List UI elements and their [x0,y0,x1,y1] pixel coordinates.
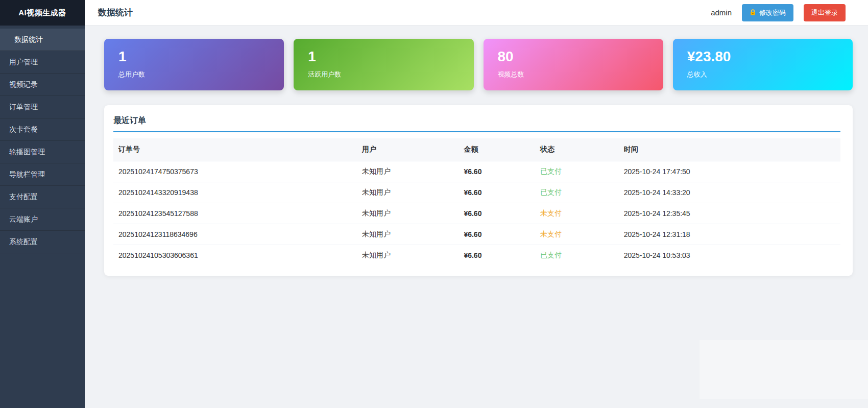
topbar-right: admin 修改密码 退出登录 [711,4,846,21]
time-cell: 2025-10-24 12:35:45 [619,203,840,224]
status-badge: 已支付 [535,182,619,203]
logout-label: 退出登录 [811,8,838,17]
username: admin [711,8,732,17]
stat-card-total-videos: 80 视频总数 [484,39,663,90]
table-row: 20251024123545127588 未知用户 ¥6.60 未支付 2025… [113,203,840,224]
sidebar-item-video-records[interactable]: 视频记录 [0,74,85,96]
stat-value: 1 [118,48,284,65]
change-password-label: 修改密码 [759,8,786,17]
sidebar-item-carousel-management[interactable]: 轮播图管理 [0,141,85,163]
column-header-user: 用户 [357,138,459,161]
table-row: 20251024105303606361 未知用户 ¥6.60 已支付 2025… [113,245,840,266]
order-no-cell: 20251024143320919438 [113,182,357,203]
amount-cell: ¥6.60 [459,182,535,203]
stat-label: 总用户数 [118,70,284,79]
sidebar-item-user-management[interactable]: 用户管理 [0,51,85,74]
user-cell: 未知用户 [357,161,459,182]
app-logo-title: AI视频生成器 [0,0,85,26]
order-no-cell: 20251024123118634696 [113,224,357,245]
column-header-status: 状态 [535,138,619,161]
stat-value: ¥23.80 [687,48,853,65]
user-cell: 未知用户 [357,245,459,266]
user-cell: 未知用户 [357,203,459,224]
column-header-time: 时间 [619,138,840,161]
time-cell: 2025-10-24 12:31:18 [619,224,840,245]
sidebar: AI视频生成器 数据统计 用户管理 视频记录 订单管理 次卡套餐 轮播图管理 导… [0,0,85,408]
logout-button[interactable]: 退出登录 [804,4,846,21]
sidebar-item-system-config[interactable]: 系统配置 [0,231,85,253]
amount-cell: ¥6.60 [459,245,535,266]
order-no-cell: 20251024105303606361 [113,245,357,266]
amount-cell: ¥6.60 [459,224,535,245]
recent-orders-card: 最近订单 订单号 用户 金额 状态 时间 2025102417475037567… [104,105,853,276]
user-cell: 未知用户 [357,224,459,245]
page-title: 数据统计 [98,7,133,18]
status-badge: 未支付 [535,203,619,224]
recent-orders-title: 最近订单 [113,114,840,132]
order-no-cell: 20251024174750375673 [113,161,357,182]
sidebar-item-payment-config[interactable]: 支付配置 [0,186,85,208]
time-cell: 2025-10-24 17:47:50 [619,161,840,182]
topbar: 数据统计 admin 修改密码 退出登录 [85,0,868,26]
column-header-amount: 金额 [459,138,535,161]
table-row: 20251024143320919438 未知用户 ¥6.60 已支付 2025… [113,182,840,203]
stat-label: 视频总数 [498,70,663,79]
status-badge: 未支付 [535,224,619,245]
stat-label: 活跃用户数 [308,70,473,79]
sidebar-item-card-packages[interactable]: 次卡套餐 [0,118,85,141]
sidebar-menu: 数据统计 用户管理 视频记录 订单管理 次卡套餐 轮播图管理 导航栏管理 支付配… [0,26,85,253]
user-cell: 未知用户 [357,182,459,203]
stat-value: 80 [498,48,663,65]
amount-cell: ¥6.60 [459,161,535,182]
status-badge: 已支付 [535,161,619,182]
order-no-cell: 20251024123545127588 [113,203,357,224]
time-cell: 2025-10-24 14:33:20 [619,182,840,203]
sidebar-item-cloud-accounts[interactable]: 云端账户 [0,208,85,231]
orders-table: 订单号 用户 金额 状态 时间 20251024174750375673 未知用… [113,138,840,266]
sidebar-item-order-management[interactable]: 订单管理 [0,96,85,118]
sidebar-item-navbar-management[interactable]: 导航栏管理 [0,163,85,186]
main-content: 1 总用户数 1 活跃用户数 80 视频总数 ¥23.80 总收入 最近订单 订… [85,26,868,408]
change-password-button[interactable]: 修改密码 [742,4,793,21]
stat-card-active-users: 1 活跃用户数 [294,39,473,90]
orders-table-header-row: 订单号 用户 金额 状态 时间 [113,138,840,161]
stat-value: 1 [308,48,473,65]
table-row: 20251024174750375673 未知用户 ¥6.60 已支付 2025… [113,161,840,182]
sidebar-item-data-stats[interactable]: 数据统计 [0,29,85,51]
status-badge: 已支付 [535,245,619,266]
stat-card-total-revenue: ¥23.80 总收入 [673,39,853,90]
time-cell: 2025-10-24 10:53:03 [619,245,840,266]
lock-icon [750,9,756,16]
table-row: 20251024123118634696 未知用户 ¥6.60 未支付 2025… [113,224,840,245]
amount-cell: ¥6.60 [459,203,535,224]
stats-row: 1 总用户数 1 活跃用户数 80 视频总数 ¥23.80 总收入 [104,39,853,90]
stat-label: 总收入 [687,70,853,79]
stat-card-total-users: 1 总用户数 [104,39,284,90]
column-header-order-no: 订单号 [113,138,357,161]
